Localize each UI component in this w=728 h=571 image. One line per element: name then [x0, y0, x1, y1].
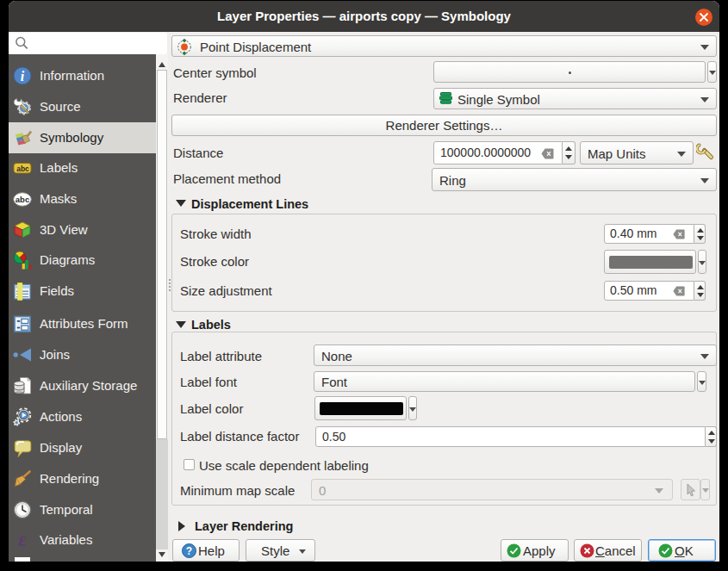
- svg-text:?: ?: [186, 545, 192, 557]
